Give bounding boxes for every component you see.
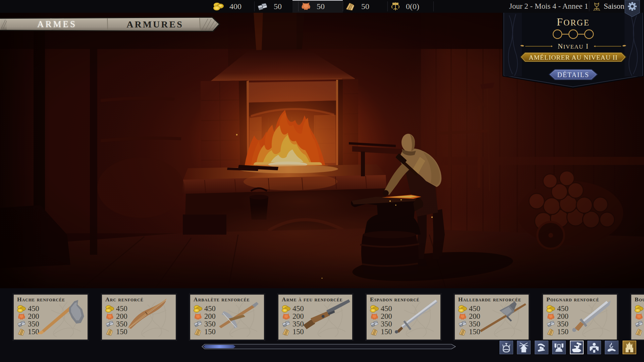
svg-text:DÉTAILS: DÉTAILS [557, 71, 589, 78]
svg-text:ARMES: ARMES [37, 19, 77, 29]
svg-text:NIVEAU I: NIVEAU I [558, 42, 589, 50]
svg-text:ARMURES: ARMURES [126, 19, 183, 29]
svg-text:AMÉLIORER AU NIVEAU II: AMÉLIORER AU NIVEAU II [529, 54, 618, 61]
